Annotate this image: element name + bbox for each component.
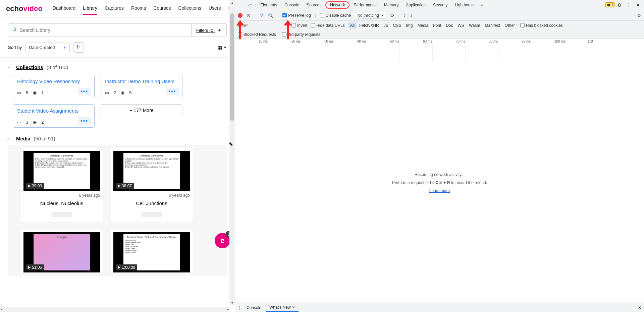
settings-icon[interactable]: ⚙	[615, 2, 624, 8]
more-collections-button[interactable]: + 177 More	[101, 104, 182, 116]
tab-sources[interactable]: Sources	[303, 0, 325, 10]
tick: 80 ms	[489, 40, 498, 43]
collection-users-count: 2	[41, 120, 44, 125]
type-pill-css[interactable]: CSS	[391, 22, 404, 28]
inspect-icon[interactable]: ⬚	[237, 2, 246, 8]
tab-security[interactable]: Security	[430, 0, 451, 10]
tab-network[interactable]: Network	[325, 1, 350, 9]
collections-head[interactable]: ︿ Collections (3 of 180)	[0, 58, 235, 73]
throttling-select[interactable]: No throttling▼	[355, 12, 386, 19]
placeholder-bar	[142, 212, 162, 217]
search-icon[interactable]: 🔍	[268, 13, 273, 18]
nav-collections[interactable]: Collections	[178, 2, 201, 15]
filter-icon[interactable]: ⧩	[260, 12, 264, 18]
tab-performance[interactable]: Performance	[350, 0, 380, 10]
upload-icon[interactable]: ⤴	[404, 13, 406, 18]
hide-data-urls-checkbox[interactable]: Hide data URLs	[311, 23, 345, 28]
preserve-log-checkbox[interactable]: Preserve log	[282, 13, 311, 18]
more-menu-button[interactable]: •••	[166, 88, 179, 95]
media-card[interactable]: Example 51:05	[21, 230, 103, 272]
disable-cache-checkbox[interactable]: Disable cache	[320, 13, 351, 18]
media-thumb: Today's Class: Cells of Connective Tissu…	[113, 232, 190, 272]
horizontal-scrollbar[interactable]: ◂ ▸	[0, 307, 229, 312]
media-head[interactable]: ︿ Media (50 of 91)	[0, 129, 235, 145]
collection-card[interactable]: Histology Video Respository ▭5 ◉1 •••	[13, 75, 95, 98]
nav-library[interactable]: Library	[83, 2, 97, 15]
nav-dashboard[interactable]: Dashboard	[53, 2, 76, 15]
logo[interactable]: echovideo	[6, 4, 43, 13]
media-card[interactable]: Learning Objectives1. State the function…	[111, 148, 193, 222]
collection-title: Instructor Demo Training Users	[105, 78, 178, 84]
type-pill-img[interactable]: Img	[404, 22, 415, 28]
hint-text: Perform a request or hit Ctrl + R to rec…	[392, 180, 487, 185]
nav-rooms[interactable]: Rooms	[131, 2, 146, 15]
drawer-tab-whatsnew[interactable]: What's New ✕	[266, 304, 299, 312]
network-conditions-icon[interactable]: ⟳	[390, 13, 394, 18]
media-card[interactable]: Learning Objectives1. For each cytoskele…	[21, 148, 103, 222]
tab-elements[interactable]: Elements	[257, 0, 280, 10]
tab-application[interactable]: Application	[402, 0, 429, 10]
drawer-tab-console[interactable]: Console	[243, 304, 265, 311]
close-icon[interactable]: ✕	[638, 305, 641, 310]
kebab-icon[interactable]: ⋮	[238, 305, 242, 310]
collection-card[interactable]: Student Video Assignments ▭3 ◉2 •••	[13, 104, 95, 128]
search-box[interactable]	[8, 23, 192, 37]
blocked-row: Blocked Requests 3rd-party requests	[235, 30, 644, 39]
issues-badge[interactable]: ◼ 1	[605, 2, 615, 7]
type-pill-all[interactable]: All	[348, 22, 357, 28]
fab-button[interactable]: e 3	[215, 233, 230, 248]
sort-direction-button[interactable]	[73, 42, 84, 53]
annotation-arrow	[236, 20, 244, 40]
type-pill-media[interactable]: Media	[415, 22, 430, 28]
type-pill-fetch[interactable]: Fetch/XHR	[357, 22, 381, 28]
tab-lighthouse[interactable]: Lighthouse	[451, 0, 478, 10]
collection-card[interactable]: Instructor Demo Training Users ▭2 ◉5 •••	[101, 75, 182, 98]
type-pill-doc[interactable]: Doc	[444, 22, 455, 28]
tab-memory[interactable]: Memory	[381, 0, 402, 10]
has-blocked-cookies-checkbox[interactable]: Has blocked cookies	[520, 23, 563, 28]
close-icon[interactable]: ✕	[634, 2, 642, 8]
type-pill-wasm[interactable]: Wasm	[467, 22, 482, 28]
type-pill-font[interactable]: Font	[431, 22, 443, 28]
sort-select[interactable]: Date Created ▼	[25, 43, 70, 52]
vertical-scrollbar[interactable]: ▴ ▾	[229, 0, 235, 305]
media-card[interactable]: Today's Class: Cells of Connective Tissu…	[111, 230, 193, 272]
invert-checkbox[interactable]: Invert	[291, 23, 307, 28]
search-input[interactable]	[20, 27, 187, 33]
tab-console[interactable]: Console	[281, 0, 303, 10]
clear-icon[interactable]: ⊘	[247, 13, 251, 18]
learn-more-link[interactable]: Learn more	[429, 188, 450, 193]
device-icon[interactable]: ▭	[246, 2, 255, 8]
type-pill-manifest[interactable]: Manifest	[483, 22, 502, 28]
type-pill-js[interactable]: JS	[382, 22, 390, 28]
type-pill-ws[interactable]: WS	[456, 22, 466, 28]
record-button[interactable]	[238, 13, 243, 18]
scroll-left-icon[interactable]: ◂	[1, 307, 2, 311]
settings-icon[interactable]: ⚙	[637, 13, 641, 18]
close-icon[interactable]: ✕	[292, 305, 295, 310]
filter-input[interactable]	[238, 23, 288, 28]
type-pill-other[interactable]: Other	[503, 22, 517, 28]
nav-users[interactable]: Users	[209, 2, 221, 15]
more-menu-button[interactable]: •••	[78, 88, 91, 95]
scrollbar-thumb[interactable]	[230, 13, 234, 121]
view-toggle[interactable]: ▦ ▼	[218, 45, 227, 50]
network-timeline[interactable]: 10 ms 20 ms 30 ms 40 ms 50 ms 60 ms 70 m…	[235, 39, 644, 62]
nav-courses[interactable]: Courses	[153, 2, 171, 15]
chevron-down-icon: ▼	[223, 46, 227, 49]
scroll-down-icon[interactable]: ▾	[229, 301, 235, 305]
scroll-right-icon[interactable]: ▸	[227, 307, 229, 311]
logo-part2: video	[23, 4, 42, 13]
logo-part1: echo	[6, 4, 23, 13]
more-label: + 177 More	[129, 108, 153, 113]
kebab-icon[interactable]: ⋮	[625, 2, 633, 8]
scroll-up-icon[interactable]: ▴	[229, 1, 235, 4]
nav-captures[interactable]: Captures	[105, 2, 124, 15]
tick: 30 ms	[324, 40, 333, 43]
tick: 110	[587, 40, 593, 43]
app-header: echovideo Dashboard Library Captures Roo…	[0, 0, 235, 17]
download-icon[interactable]: ⤵	[410, 13, 412, 18]
more-tabs-icon[interactable]: »	[479, 2, 485, 8]
more-menu-button[interactable]: •••	[78, 117, 91, 125]
filters-button[interactable]: Filters (0) ＋	[192, 23, 227, 37]
